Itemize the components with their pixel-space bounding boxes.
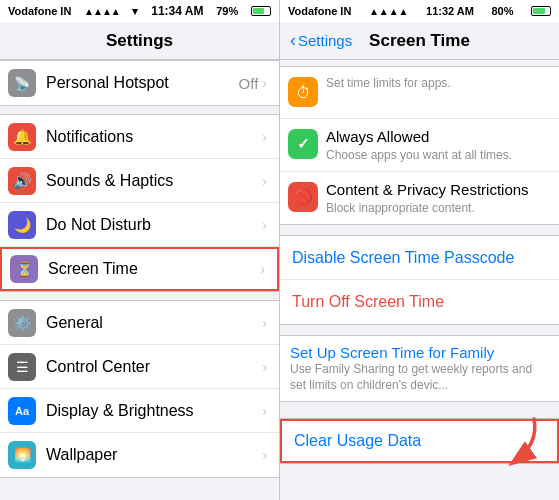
back-button[interactable]: ‹ Settings <box>290 30 352 51</box>
display-icon: Aa <box>8 397 36 425</box>
set-limits-text: Set time limits for apps. <box>326 75 549 92</box>
turn-off-link[interactable]: Turn Off Screen Time <box>280 280 559 324</box>
sounds-label: Sounds & Haptics <box>46 172 262 190</box>
turn-off-label: Turn Off Screen Time <box>292 293 444 311</box>
hotspot-label: Personal Hotspot <box>46 74 239 92</box>
left-signal-icon: ▲▲▲▲ <box>84 6 120 17</box>
right-item-set-limits[interactable]: ⏱ Set time limits for apps. <box>280 67 559 119</box>
disable-passcode-link[interactable]: Disable Screen Time Passcode <box>280 236 559 280</box>
right-carrier: Vodafone IN <box>288 5 351 17</box>
control-chevron-icon: › <box>262 359 267 375</box>
settings-item-dnd[interactable]: 🌙 Do Not Disturb › <box>0 203 279 247</box>
family-subtitle: Use Family Sharing to get weekly reports… <box>290 362 549 393</box>
notifications-group: 🔔 Notifications › 🔊 Sounds & Haptics › 🌙… <box>0 114 279 292</box>
always-allowed-text: Always Allowed Choose apps you want at a… <box>326 127 549 163</box>
left-nav-header: Settings <box>0 22 279 60</box>
general-label: General <box>46 314 262 332</box>
clear-usage-label: Clear Usage Data <box>294 432 421 450</box>
settings-item-wallpaper[interactable]: 🌅 Wallpaper › <box>0 433 279 477</box>
right-nav-header: ‹ Settings Screen Time <box>280 22 559 60</box>
notifications-label: Notifications <box>46 128 262 146</box>
dnd-label: Do Not Disturb <box>46 216 262 234</box>
right-battery-pct: 80% <box>491 5 513 17</box>
right-battery-icon <box>531 6 551 16</box>
hotspot-value: Off <box>239 75 259 92</box>
left-battery-pct: 79% <box>216 5 238 17</box>
family-row[interactable]: Set Up Screen Time for Family Use Family… <box>280 336 559 401</box>
general-icon: ⚙️ <box>8 309 36 337</box>
notifications-icon: 🔔 <box>8 123 36 151</box>
always-allowed-subtitle: Choose apps you want at all times. <box>326 148 549 164</box>
left-header-title: Settings <box>106 31 173 51</box>
display-label: Display & Brightness <box>46 402 262 420</box>
always-allowed-icon: ✓ <box>288 129 318 159</box>
settings-item-display[interactable]: Aa Display & Brightness › <box>0 389 279 433</box>
left-panel: Vodafone IN ▲▲▲▲ ▾ 11:34 AM 79% Settings… <box>0 0 280 500</box>
content-privacy-title: Content & Privacy Restrictions <box>326 180 549 200</box>
back-chevron-icon: ‹ <box>290 30 296 51</box>
hotspot-group: 📡 Personal Hotspot Off › <box>0 60 279 106</box>
left-battery-icon <box>251 6 271 16</box>
wallpaper-icon: 🌅 <box>8 441 36 469</box>
content-privacy-text: Content & Privacy Restrictions Block ina… <box>326 180 549 216</box>
left-carrier: Vodafone IN <box>8 5 71 17</box>
sounds-icon: 🔊 <box>8 167 36 195</box>
settings-item-sounds[interactable]: 🔊 Sounds & Haptics › <box>0 159 279 203</box>
display-chevron-icon: › <box>262 403 267 419</box>
general-chevron-icon: › <box>262 315 267 331</box>
control-label: Control Center <box>46 358 262 376</box>
screen-time-label: Screen Time <box>48 260 260 278</box>
right-content: ⏱ Set time limits for apps. ✓ Always All… <box>280 60 559 500</box>
hotspot-icon: 📡 <box>8 69 36 97</box>
content-privacy-subtitle: Block inappropriate content. <box>326 201 549 217</box>
family-section: Set Up Screen Time for Family Use Family… <box>280 335 559 402</box>
control-icon: ☰ <box>8 353 36 381</box>
family-text: Set Up Screen Time for Family Use Family… <box>290 344 549 393</box>
red-arrow-icon <box>479 414 549 474</box>
dnd-chevron-icon: › <box>262 217 267 233</box>
back-label: Settings <box>298 32 352 49</box>
action-links-group: Disable Screen Time Passcode Turn Off Sc… <box>280 235 559 325</box>
set-limits-title: Set time limits for apps. <box>326 76 549 92</box>
notifications-chevron-icon: › <box>262 129 267 145</box>
right-header-title: Screen Time <box>369 31 470 51</box>
settings-item-screen-time[interactable]: ⏳ Screen Time › <box>0 247 279 291</box>
settings-item-general[interactable]: ⚙️ General › <box>0 301 279 345</box>
left-time: 11:34 AM <box>151 4 203 18</box>
left-status-bar: Vodafone IN ▲▲▲▲ ▾ 11:34 AM 79% <box>0 0 279 22</box>
left-wifi-icon: ▾ <box>132 5 138 18</box>
settings-item-hotspot[interactable]: 📡 Personal Hotspot Off › <box>0 61 279 105</box>
right-panel: Vodafone IN ▲▲▲▲ 11:32 AM 80% ‹ Settings… <box>280 0 559 500</box>
right-time: 11:32 AM <box>426 5 474 17</box>
sounds-chevron-icon: › <box>262 173 267 189</box>
set-limits-icon: ⏱ <box>288 77 318 107</box>
clear-usage-section: Clear Usage Data <box>280 410 559 464</box>
content-privacy-icon: 🚫 <box>288 182 318 212</box>
settings-list: 📡 Personal Hotspot Off › 🔔 Notifications… <box>0 60 279 500</box>
disable-passcode-label: Disable Screen Time Passcode <box>292 249 514 267</box>
family-title: Set Up Screen Time for Family <box>290 344 549 361</box>
wallpaper-label: Wallpaper <box>46 446 262 464</box>
dnd-icon: 🌙 <box>8 211 36 239</box>
always-allowed-title: Always Allowed <box>326 127 549 147</box>
screen-time-chevron-icon: › <box>260 261 265 277</box>
right-item-content-privacy[interactable]: 🚫 Content & Privacy Restrictions Block i… <box>280 172 559 224</box>
settings-item-control[interactable]: ☰ Control Center › <box>0 345 279 389</box>
settings-item-notifications[interactable]: 🔔 Notifications › <box>0 115 279 159</box>
screen-time-icon: ⏳ <box>10 255 38 283</box>
hotspot-chevron-icon: › <box>262 75 267 91</box>
right-item-always-allowed[interactable]: ✓ Always Allowed Choose apps you want at… <box>280 119 559 172</box>
general-group: ⚙️ General › ☰ Control Center › Aa Displ… <box>0 300 279 478</box>
screen-time-options-group: ⏱ Set time limits for apps. ✓ Always All… <box>280 66 559 225</box>
right-signal-icon: ▲▲▲▲ <box>369 6 409 17</box>
wallpaper-chevron-icon: › <box>262 447 267 463</box>
right-status-bar: Vodafone IN ▲▲▲▲ 11:32 AM 80% <box>280 0 559 22</box>
